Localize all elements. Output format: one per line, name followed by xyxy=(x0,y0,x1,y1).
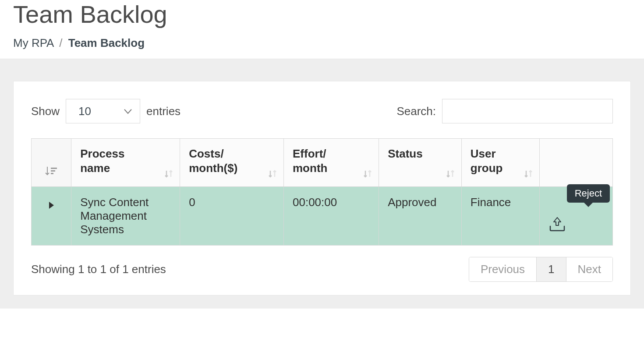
pager-previous[interactable]: Previous xyxy=(469,257,537,281)
col-user-group[interactable]: User group xyxy=(461,139,539,187)
sort-icon xyxy=(523,168,534,179)
page-header: Team Backlog My RPA / Team Backlog xyxy=(0,0,644,59)
sort-rank-icon xyxy=(45,165,58,179)
col-process-name[interactable]: Process name xyxy=(71,139,180,187)
col-label: Costs/ month($) xyxy=(189,147,257,175)
col-label: User group xyxy=(471,147,513,175)
caret-right-icon xyxy=(49,202,54,209)
cell-user-group: Finance xyxy=(461,187,539,246)
table-info: Showing 1 to 1 of 1 entries xyxy=(31,263,166,276)
search-label: Search: xyxy=(396,105,436,118)
col-label: Status xyxy=(388,147,435,161)
svg-rect-1 xyxy=(51,170,55,172)
col-label: Effort/ month xyxy=(293,147,352,175)
pager-next[interactable]: Next xyxy=(566,257,612,281)
cell-status: Approved xyxy=(379,187,462,246)
entries-select[interactable]: 10 xyxy=(66,99,140,123)
show-label-post: entries xyxy=(146,105,180,118)
backlog-table: Process name Costs/ month($) Effort/ mon… xyxy=(31,138,613,246)
entries-value: 10 xyxy=(78,105,91,118)
breadcrumb: My RPA / Team Backlog xyxy=(13,36,631,50)
reject-tooltip: Reject xyxy=(567,184,610,203)
chevron-down-icon xyxy=(124,106,132,116)
sort-icon xyxy=(445,168,456,179)
table-footer: Showing 1 to 1 of 1 entries Previous 1 N… xyxy=(31,257,613,282)
cell-process-name: Sync Content Management Systems xyxy=(71,187,180,246)
show-label-pre: Show xyxy=(31,105,60,118)
svg-rect-2 xyxy=(51,173,53,174)
col-effort[interactable]: Effort/ month xyxy=(284,139,379,187)
breadcrumb-current: Team Backlog xyxy=(68,36,145,49)
col-actions xyxy=(540,139,613,187)
sort-icon xyxy=(267,168,278,179)
content-area: Show 10 entries Search: xyxy=(0,59,644,309)
sort-icon xyxy=(163,168,174,179)
sort-icon xyxy=(362,168,373,179)
breadcrumb-root[interactable]: My RPA xyxy=(13,36,53,49)
table-controls: Show 10 entries Search: xyxy=(31,99,613,123)
upload-icon[interactable] xyxy=(548,217,604,232)
svg-rect-0 xyxy=(51,168,57,169)
col-expander[interactable] xyxy=(32,139,71,187)
breadcrumb-separator: / xyxy=(59,36,62,49)
search-input[interactable] xyxy=(442,99,613,123)
cell-effort: 00:00:00 xyxy=(284,187,379,246)
data-panel: Show 10 entries Search: xyxy=(13,81,631,295)
cell-costs: 0 xyxy=(180,187,284,246)
col-costs[interactable]: Costs/ month($) xyxy=(180,139,284,187)
search-wrap: Search: xyxy=(396,99,613,123)
table-row[interactable]: Sync Content Management Systems 0 00:00:… xyxy=(32,187,613,246)
show-entries: Show 10 entries xyxy=(31,99,180,123)
pager: Previous 1 Next xyxy=(469,257,613,282)
page-title: Team Backlog xyxy=(13,0,631,28)
col-label: Process name xyxy=(80,147,153,175)
col-status[interactable]: Status xyxy=(379,139,462,187)
row-expander[interactable] xyxy=(32,187,71,246)
cell-actions: Reject xyxy=(540,187,613,246)
pager-page-1[interactable]: 1 xyxy=(537,257,566,281)
